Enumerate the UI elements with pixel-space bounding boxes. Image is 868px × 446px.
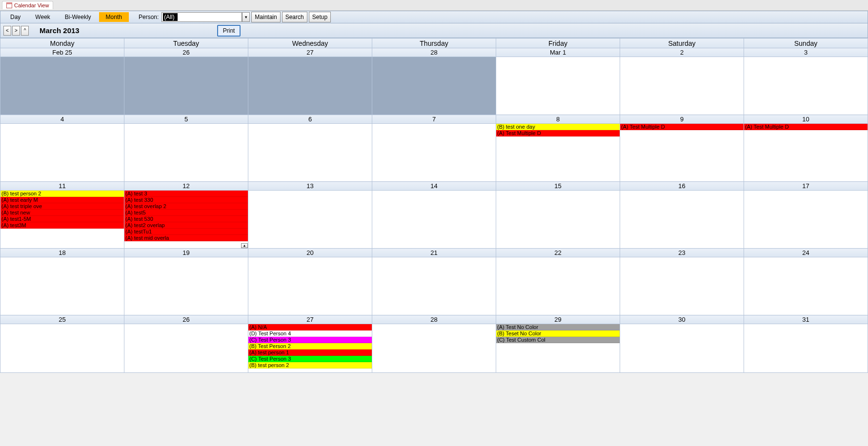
event[interactable]: (A) test mid overla: [124, 235, 248, 241]
day-cell[interactable]: [372, 124, 496, 182]
date-cell[interactable]: Feb 25: [0, 48, 124, 57]
date-cell[interactable]: 14: [372, 182, 496, 191]
view-week-button[interactable]: Week: [28, 12, 57, 22]
event[interactable]: (A) Test Multiple D: [620, 124, 744, 130]
event[interactable]: (B) Test Person 2: [248, 343, 372, 349]
event[interactable]: (A) test2 overlap: [124, 222, 248, 229]
date-cell[interactable]: 28: [372, 315, 496, 324]
person-select[interactable]: ▼: [161, 12, 250, 22]
day-cell[interactable]: [372, 324, 496, 373]
event[interactable]: (A) test overlap 2: [124, 203, 248, 210]
event[interactable]: (A) Test No Color: [496, 324, 620, 330]
next-button[interactable]: >: [12, 26, 20, 36]
day-cell[interactable]: [0, 257, 124, 315]
person-dropdown-button[interactable]: ▼: [242, 12, 250, 22]
date-cell[interactable]: 10: [744, 115, 868, 124]
event[interactable]: (C) Test Custom Col: [496, 337, 620, 343]
date-cell[interactable]: 3: [744, 48, 868, 57]
view-day-button[interactable]: Day: [3, 12, 27, 22]
day-cell[interactable]: [496, 191, 620, 249]
event[interactable]: (B) test one day: [496, 124, 620, 130]
day-cell[interactable]: [496, 257, 620, 315]
day-cell-mar10[interactable]: (A) Test Multiple D: [744, 124, 868, 182]
date-cell[interactable]: 9: [620, 115, 744, 124]
event[interactable]: (A) testTu1: [124, 229, 248, 235]
date-cell[interactable]: 28: [372, 48, 496, 57]
search-button[interactable]: Search: [282, 12, 307, 22]
day-cell-mar27[interactable]: (A) N/A (D) Test Person 4 (C) Test Perso…: [248, 324, 372, 373]
person-input[interactable]: [163, 13, 178, 21]
day-cell[interactable]: [0, 324, 124, 373]
event[interactable]: (A) test1-5M: [0, 216, 124, 222]
day-cell[interactable]: [248, 124, 372, 182]
day-cell[interactable]: [620, 57, 744, 115]
event[interactable]: (B) test person 2: [0, 191, 124, 197]
date-cell[interactable]: 12: [124, 182, 248, 191]
date-cell[interactable]: 20: [248, 249, 372, 257]
date-cell[interactable]: Mar 1: [496, 48, 620, 57]
view-month-button[interactable]: Month: [99, 12, 129, 22]
day-cell[interactable]: [620, 191, 744, 249]
date-cell[interactable]: 4: [0, 115, 124, 124]
event[interactable]: (A) test person 1: [248, 349, 372, 356]
up-button[interactable]: ^: [21, 26, 29, 36]
date-cell[interactable]: 26: [124, 48, 248, 57]
print-button[interactable]: Print: [217, 25, 241, 37]
event[interactable]: (A) N/A: [248, 324, 372, 330]
date-cell[interactable]: 21: [372, 249, 496, 257]
day-cell-mar12[interactable]: (A) test 3 (A) test 330 (A) test overlap…: [124, 191, 248, 249]
day-cell[interactable]: [248, 191, 372, 249]
date-cell[interactable]: 22: [496, 249, 620, 257]
tab-calendar-view[interactable]: Calendar View: [2, 1, 53, 9]
date-cell[interactable]: 27: [248, 315, 372, 324]
event[interactable]: (A) test triple ove: [0, 203, 124, 210]
day-cell-mar29[interactable]: (A) Test No Color (B) Teset No Color (C)…: [496, 324, 620, 373]
event[interactable]: (A) test 530: [124, 216, 248, 222]
date-cell[interactable]: 30: [620, 315, 744, 324]
date-cell[interactable]: 26: [124, 315, 248, 324]
day-cell[interactable]: [124, 124, 248, 182]
event[interactable]: (A) test3M: [0, 222, 124, 229]
event[interactable]: (A) Test Multiple D: [496, 130, 620, 136]
view-biweekly-button[interactable]: Bi-Weekly: [58, 12, 98, 22]
date-cell[interactable]: 27: [248, 48, 372, 57]
day-cell[interactable]: [372, 57, 496, 115]
day-cell[interactable]: [620, 324, 744, 373]
date-cell[interactable]: 19: [124, 249, 248, 257]
day-cell[interactable]: [744, 57, 868, 115]
event[interactable]: (A) Test Multiple D: [744, 124, 868, 130]
date-cell[interactable]: 29: [496, 315, 620, 324]
day-cell-mar11[interactable]: (B) test person 2 (A) test early M (A) t…: [0, 191, 124, 249]
date-cell[interactable]: 11: [0, 182, 124, 191]
day-cell[interactable]: [124, 257, 248, 315]
setup-button[interactable]: Setup: [309, 12, 331, 22]
date-cell[interactable]: 5: [124, 115, 248, 124]
date-cell[interactable]: 18: [0, 249, 124, 257]
day-cell[interactable]: [124, 57, 248, 115]
date-cell[interactable]: 8: [496, 115, 620, 124]
event[interactable]: (A) test 330: [124, 197, 248, 203]
maintain-button[interactable]: Maintain: [251, 12, 280, 22]
event[interactable]: (A) test early M: [0, 197, 124, 203]
date-cell[interactable]: 15: [496, 182, 620, 191]
day-cell-mar8[interactable]: (B) test one day (A) Test Multiple D: [496, 124, 620, 182]
event[interactable]: (B) Teset No Color: [496, 330, 620, 337]
day-cell-mar9[interactable]: (A) Test Multiple D: [620, 124, 744, 182]
day-cell[interactable]: [0, 124, 124, 182]
day-cell[interactable]: [124, 324, 248, 373]
day-cell[interactable]: [744, 324, 868, 373]
event[interactable]: (D) Test Person 4: [248, 330, 372, 337]
day-cell[interactable]: [248, 57, 372, 115]
day-cell[interactable]: [372, 191, 496, 249]
event[interactable]: (C) Test Person 3: [248, 356, 372, 362]
event[interactable]: (A) test new: [0, 210, 124, 216]
date-cell[interactable]: 25: [0, 315, 124, 324]
day-cell[interactable]: [744, 257, 868, 315]
day-cell[interactable]: [248, 257, 372, 315]
date-cell[interactable]: 24: [744, 249, 868, 257]
date-cell[interactable]: 2: [620, 48, 744, 57]
day-cell[interactable]: [620, 257, 744, 315]
overflow-indicator[interactable]: ▲: [241, 243, 248, 248]
event[interactable]: (A) test5: [124, 210, 248, 216]
event[interactable]: (B) test person 2: [248, 362, 372, 368]
